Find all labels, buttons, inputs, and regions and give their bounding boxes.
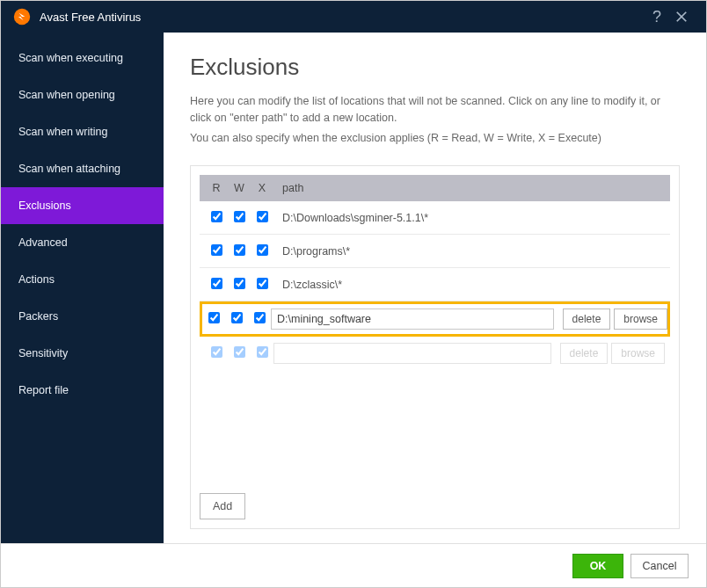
titlebar: Avast Free Antivirus ? xyxy=(1,1,706,33)
avast-logo-icon xyxy=(13,8,31,25)
checkbox-x-ghost[interactable] xyxy=(257,346,268,358)
sidebar-item-sensitivity[interactable]: Sensitivity xyxy=(1,335,164,372)
sidebar-item-scan-attaching[interactable]: Scan when attaching xyxy=(1,150,164,187)
delete-button[interactable]: delete xyxy=(563,309,611,330)
table-header: R W X path xyxy=(200,175,670,201)
checkbox-x[interactable] xyxy=(257,278,268,289)
sidebar-item-actions[interactable]: Actions xyxy=(1,261,164,298)
help-icon[interactable]: ? xyxy=(645,4,669,29)
add-button[interactable]: Add xyxy=(200,493,245,519)
app-title: Avast Free Antivirus xyxy=(40,11,141,24)
delete-button-ghost: delete xyxy=(560,343,609,364)
sidebar: Scan when executing Scan when opening Sc… xyxy=(1,33,164,543)
checkbox-r[interactable] xyxy=(211,244,222,256)
col-header-w: W xyxy=(228,182,251,194)
footer: OK Cancel xyxy=(1,543,706,587)
checkbox-r[interactable] xyxy=(208,312,220,323)
checkbox-r[interactable] xyxy=(211,278,222,289)
checkbox-r[interactable] xyxy=(211,211,222,222)
checkbox-w[interactable] xyxy=(234,244,245,256)
table-row[interactable]: D:\zclassic\* xyxy=(200,268,670,301)
sidebar-item-scan-writing[interactable]: Scan when writing xyxy=(1,113,164,150)
checkbox-x[interactable] xyxy=(257,211,268,222)
close-icon[interactable] xyxy=(669,4,694,29)
browse-button-ghost: browse xyxy=(611,343,665,364)
col-header-r: R xyxy=(205,182,228,194)
row-path: D:\zclassic\* xyxy=(273,279,665,291)
row-path: D:\programs\* xyxy=(273,245,665,258)
path-input-ghost[interactable] xyxy=(273,343,551,364)
col-header-path: path xyxy=(273,182,665,194)
checkbox-w-ghost[interactable] xyxy=(234,346,245,358)
col-header-x: X xyxy=(251,182,273,194)
checkbox-w[interactable] xyxy=(234,211,245,222)
path-input[interactable] xyxy=(271,309,554,330)
checkbox-r-ghost[interactable] xyxy=(211,346,222,358)
ok-button[interactable]: OK xyxy=(572,554,623,578)
sidebar-item-scan-opening[interactable]: Scan when opening xyxy=(1,76,164,113)
sidebar-item-report-file[interactable]: Report file xyxy=(1,372,164,409)
sidebar-item-packers[interactable]: Packers xyxy=(1,298,164,335)
row-path: D:\Downloads\sgminer-5.1.1\* xyxy=(273,212,665,224)
table-row[interactable]: D:\programs\* xyxy=(200,235,670,268)
table-row-ghost[interactable]: delete browse xyxy=(200,337,670,370)
exclusions-panel: R W X path D:\Downloads\sgminer-5.1.1\* xyxy=(190,165,680,529)
checkbox-w[interactable] xyxy=(234,278,245,289)
table-row-selected[interactable]: delete browse xyxy=(200,301,670,337)
app-window: Avast Free Antivirus ? Scan when executi… xyxy=(0,0,707,588)
table-row[interactable]: D:\Downloads\sgminer-5.1.1\* xyxy=(200,201,670,235)
browse-button[interactable]: browse xyxy=(614,309,667,330)
cancel-button[interactable]: Cancel xyxy=(630,554,689,578)
checkbox-x[interactable] xyxy=(257,244,268,256)
page-description-2: You can also specify when the exclusion … xyxy=(190,130,680,147)
page-title: Exclusions xyxy=(190,54,680,81)
main-content: Exclusions Here you can modify the list … xyxy=(164,33,706,543)
page-description-1: Here you can modify the list of location… xyxy=(190,93,680,127)
sidebar-item-scan-executing[interactable]: Scan when executing xyxy=(1,40,164,76)
body: Scan when executing Scan when opening Sc… xyxy=(1,33,706,543)
checkbox-w[interactable] xyxy=(231,312,243,323)
sidebar-item-advanced[interactable]: Advanced xyxy=(1,224,164,261)
checkbox-x[interactable] xyxy=(254,312,266,323)
sidebar-item-exclusions[interactable]: Exclusions xyxy=(1,187,164,224)
